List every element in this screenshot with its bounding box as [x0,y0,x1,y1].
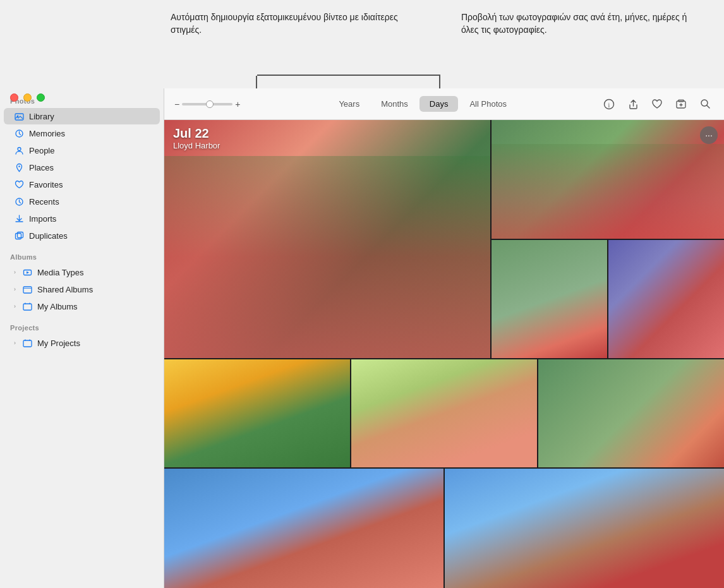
tab-months[interactable]: Months [371,96,418,112]
sidebar-item-recents[interactable]: Recents [4,193,160,210]
places-icon [14,162,24,172]
sidebar-section-projects: Projects [0,315,164,334]
sidebar-label-library: Library [29,112,54,121]
tab-all-photos[interactable]: All Photos [459,96,517,112]
sidebar-item-duplicates[interactable]: Duplicates [4,227,160,244]
callout-bracket [257,75,440,76]
sidebar-item-imports[interactable]: Imports [4,210,160,227]
svg-point-16 [701,100,708,106]
sidebar-item-places[interactable]: Places [4,159,160,176]
chevron-my-albums: › [14,303,16,309]
grid-row-2 [164,359,724,467]
chevron-shared-albums: › [14,286,16,292]
media-types-icon [22,267,32,277]
sidebar-item-memories[interactable]: Memories [4,125,160,141]
favorite-button[interactable] [648,95,666,113]
callout-right: Προβολή των φωτογραφιών σας ανά έτη, μήν… [461,6,701,41]
tab-days[interactable]: Days [419,96,459,112]
photo-right-bottom-row [492,240,724,359]
toolbar-actions: i [600,95,714,113]
chevron-my-projects: › [14,340,16,346]
photo-item-row3-2[interactable] [445,469,724,588]
sidebar-label-media-types: Media Types [37,268,83,277]
grid-outer: Jul 22 Lloyd Harbor ··· [164,120,724,588]
zoom-in-button[interactable]: + [235,99,240,109]
sidebar-label-memories: Memories [29,129,65,138]
sidebar-label-recents: Recents [29,197,59,207]
add-to-album-button[interactable] [672,95,690,113]
sidebar-label-shared-albums: Shared Albums [37,285,93,294]
photo-item-row3-1[interactable] [164,469,443,588]
toolbar: − + Years Months Days All Photos i [164,88,724,120]
photo-item-small-2[interactable] [608,240,724,359]
zoom-slider-thumb [206,100,214,108]
close-button[interactable] [10,93,18,102]
sidebar-label-people: People [29,146,54,155]
traffic-lights [10,93,45,102]
grid-row-1: Jul 22 Lloyd Harbor ··· [164,120,724,358]
zoom-control: − + [174,99,240,109]
info-button[interactable]: i [600,95,618,113]
library-icon [14,111,24,121]
svg-point-3 [18,147,21,150]
sidebar-label-my-albums: My Albums [37,302,78,311]
sidebar-item-people[interactable]: People [4,142,160,159]
photo-item-row2-2[interactable] [351,359,537,467]
svg-rect-9 [23,287,32,293]
minimize-button[interactable] [23,93,32,102]
svg-rect-10 [23,304,32,310]
sidebar-section-albums: Albums [0,244,164,263]
sidebar-item-shared-albums[interactable]: › Shared Albums [4,281,160,297]
people-icon [14,145,24,155]
zoom-out-button[interactable]: − [174,99,179,109]
sidebar-label-favorites: Favorites [29,180,63,189]
chevron-media-types: › [14,269,16,275]
memories-icon [14,128,24,138]
sidebar-item-media-types[interactable]: › Media Types [4,264,160,280]
sidebar-item-favorites[interactable]: Favorites [4,176,160,193]
photo-item-top-right[interactable]: ··· [492,120,724,239]
imports-icon [14,213,24,224]
svg-point-4 [18,165,20,167]
sidebar-label-duplicates: Duplicates [29,231,68,241]
svg-rect-11 [23,340,32,347]
sidebar-label-my-projects: My Projects [37,339,80,348]
sidebar-label-places: Places [29,163,54,172]
my-projects-icon [22,338,32,348]
callout-line-right [439,76,440,88]
sidebar-item-my-projects[interactable]: › My Projects [4,335,160,351]
my-albums-icon [22,301,32,311]
favorites-icon [14,179,24,189]
photo-item-row2-3[interactable] [538,359,724,467]
more-options-button[interactable]: ··· [700,126,718,144]
sidebar-label-imports: Imports [29,214,56,224]
photo-item-small-1[interactable] [492,240,607,359]
share-button[interactable] [624,95,642,113]
recents-icon [14,196,24,207]
callout-area: Αυτόματη δημιουργία εξατομικευμένου βίντ… [0,0,724,88]
photo-grid[interactable]: Jul 22 Lloyd Harbor ··· [164,120,724,588]
fullscreen-button[interactable] [37,93,45,102]
search-button[interactable] [696,95,714,113]
photo-item-main[interactable]: Jul 22 Lloyd Harbor [164,120,490,358]
grid-row-3 [164,469,724,588]
sidebar-item-my-albums[interactable]: › My Albums [4,298,160,315]
view-tabs: Years Months Days All Photos [250,96,595,112]
tab-years[interactable]: Years [329,96,370,112]
sidebar-item-library[interactable]: Library [4,108,160,124]
callout-left: Αυτόματη δημιουργία εξατομικευμένου βίντ… [171,6,442,41]
zoom-slider[interactable] [182,103,232,105]
duplicates-icon [14,231,24,241]
shared-albums-icon [22,284,32,294]
svg-text:i: i [608,101,610,108]
callout-line-left [256,76,257,88]
photo-item-row2-1[interactable] [164,359,350,467]
photo-right-col: ··· [492,120,724,358]
